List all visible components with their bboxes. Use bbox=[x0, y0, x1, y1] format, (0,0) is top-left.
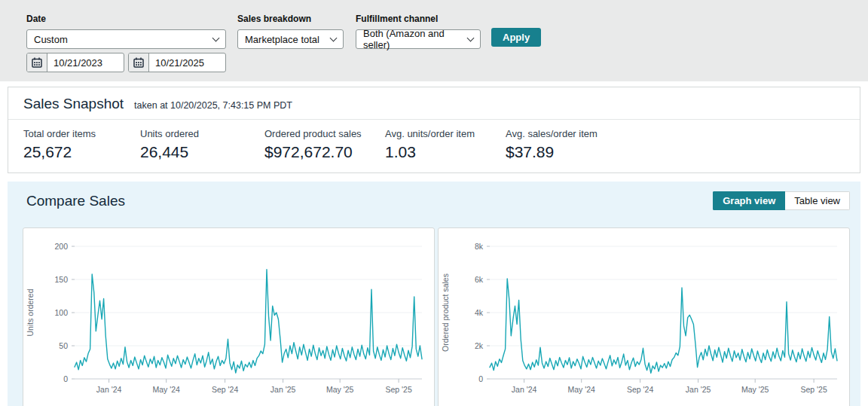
svg-text:Sep '25: Sep '25 bbox=[385, 385, 411, 394]
svg-text:2k: 2k bbox=[475, 341, 484, 350]
svg-text:4k: 4k bbox=[475, 308, 484, 317]
metric-label: Avg. units/order item bbox=[385, 128, 506, 139]
date-range-select[interactable]: Custom bbox=[26, 29, 226, 49]
svg-text:Jan '25: Jan '25 bbox=[270, 385, 296, 394]
sales-breakdown-select[interactable]: Marketplace total bbox=[237, 29, 344, 49]
units-ordered-chart-card: 050100150200Jan '24May '24Sep '24Jan '25… bbox=[23, 227, 435, 406]
apply-button[interactable]: Apply bbox=[491, 28, 541, 47]
metric-value: $37.89 bbox=[506, 143, 598, 161]
graph-view-button[interactable]: Graph view bbox=[713, 191, 785, 210]
svg-text:8k: 8k bbox=[475, 242, 484, 251]
date-filter-label: Date bbox=[26, 14, 226, 24]
svg-text:Jan '24: Jan '24 bbox=[96, 385, 122, 394]
chevron-down-icon bbox=[212, 34, 220, 41]
compare-sales-title: Compare Sales bbox=[26, 193, 125, 209]
svg-text:Sep '25: Sep '25 bbox=[800, 385, 827, 394]
fulfillment-channel-label: Fulfillment channel bbox=[356, 14, 481, 24]
sales-breakdown-selected-value: Marketplace total bbox=[245, 34, 319, 45]
svg-text:200: 200 bbox=[54, 242, 68, 251]
end-date-input[interactable]: 10/21/2025 bbox=[128, 53, 226, 72]
svg-text:0: 0 bbox=[63, 374, 68, 383]
svg-text:Sep '24: Sep '24 bbox=[627, 385, 653, 394]
table-view-button[interactable]: Table view bbox=[785, 191, 850, 210]
sales-snapshot-header: Sales Snapshot taken at 10/20/2025, 7:43… bbox=[8, 87, 860, 120]
date-range-selected-value: Custom bbox=[34, 34, 68, 45]
svg-text:50: 50 bbox=[59, 341, 68, 350]
svg-text:0: 0 bbox=[478, 374, 483, 383]
snapshot-timestamp: taken at 10/20/2025, 7:43:15 PM PDT bbox=[134, 100, 292, 111]
svg-text:Jan '25: Jan '25 bbox=[686, 385, 711, 394]
svg-text:6k: 6k bbox=[475, 275, 484, 284]
sales-breakdown-label: Sales breakdown bbox=[237, 14, 344, 24]
metric-avg-units-per-order: Avg. units/order item 1.03 bbox=[385, 128, 506, 161]
svg-text:May '25: May '25 bbox=[741, 385, 769, 394]
fulfillment-channel-group: Fulfillment channel Both (Amazon and sel… bbox=[356, 14, 481, 49]
calendar-icon bbox=[129, 53, 149, 72]
snapshot-metrics: Total order items 25,672 Units ordered 2… bbox=[8, 120, 860, 172]
metric-label: Total order items bbox=[23, 128, 140, 139]
sales-snapshot-title: Sales Snapshot bbox=[23, 96, 124, 112]
custom-date-range: 10/21/2023 10/21/2025 bbox=[26, 53, 226, 72]
svg-text:May '24: May '24 bbox=[152, 385, 180, 394]
units-ordered-chart: 050100150200Jan '24May '24Sep '24Jan '25… bbox=[23, 228, 434, 406]
metric-value: 25,672 bbox=[23, 143, 140, 161]
chevron-down-icon bbox=[330, 34, 338, 41]
svg-text:Ordered product sales: Ordered product sales bbox=[441, 273, 450, 352]
fulfillment-selected-value: Both (Amazon and seller) bbox=[363, 28, 462, 50]
svg-text:100: 100 bbox=[54, 308, 68, 317]
svg-text:Sep '24: Sep '24 bbox=[212, 385, 238, 394]
start-date-value: 10/21/2023 bbox=[47, 57, 102, 69]
ordered-product-sales-chart-card: 02k4k6k8kJan '24May '24Sep '24Jan '25May… bbox=[438, 227, 850, 406]
view-toggle: Graph view Table view bbox=[713, 191, 850, 210]
fulfillment-channel-select[interactable]: Both (Amazon and seller) bbox=[356, 29, 481, 49]
calendar-icon bbox=[27, 53, 47, 72]
svg-text:Units ordered: Units ordered bbox=[26, 288, 35, 336]
svg-text:Jan '24: Jan '24 bbox=[512, 385, 537, 394]
metric-ordered-product-sales: Ordered product sales $972,672.70 bbox=[264, 128, 385, 161]
start-date-input[interactable]: 10/21/2023 bbox=[26, 53, 124, 72]
compare-sales-header: Compare Sales Graph view Table view bbox=[26, 191, 850, 210]
end-date-value: 10/21/2025 bbox=[149, 57, 204, 69]
date-filter-group: Date Custom 10/21/20 bbox=[26, 14, 226, 72]
filter-bar: Date Custom 10/21/20 bbox=[0, 0, 868, 81]
metric-value: 1.03 bbox=[385, 143, 506, 161]
metric-label: Avg. sales/order item bbox=[506, 128, 598, 139]
sales-snapshot-panel: Sales Snapshot taken at 10/20/2025, 7:43… bbox=[8, 87, 860, 173]
compare-sales-section: Compare Sales Graph view Table view 0501… bbox=[8, 182, 860, 406]
metric-label: Units ordered bbox=[140, 128, 264, 139]
compare-charts: 050100150200Jan '24May '24Sep '24Jan '25… bbox=[23, 227, 850, 406]
metric-value: $972,672.70 bbox=[264, 143, 385, 161]
metric-label: Ordered product sales bbox=[264, 128, 385, 139]
svg-text:May '24: May '24 bbox=[567, 385, 595, 394]
metric-value: 26,445 bbox=[140, 143, 264, 161]
chevron-down-icon bbox=[467, 34, 475, 41]
metric-total-order-items: Total order items 25,672 bbox=[23, 128, 140, 161]
metric-units-ordered: Units ordered 26,445 bbox=[140, 128, 264, 161]
metric-avg-sales-per-order: Avg. sales/order item $37.89 bbox=[506, 128, 598, 161]
sales-breakdown-group: Sales breakdown Marketplace total bbox=[237, 14, 344, 49]
ordered-product-sales-chart: 02k4k6k8kJan '24May '24Sep '24Jan '25May… bbox=[439, 228, 849, 406]
svg-text:150: 150 bbox=[54, 275, 68, 284]
svg-text:May '25: May '25 bbox=[326, 385, 354, 394]
sales-dashboard-page: Date Custom 10/21/20 bbox=[0, 0, 868, 406]
